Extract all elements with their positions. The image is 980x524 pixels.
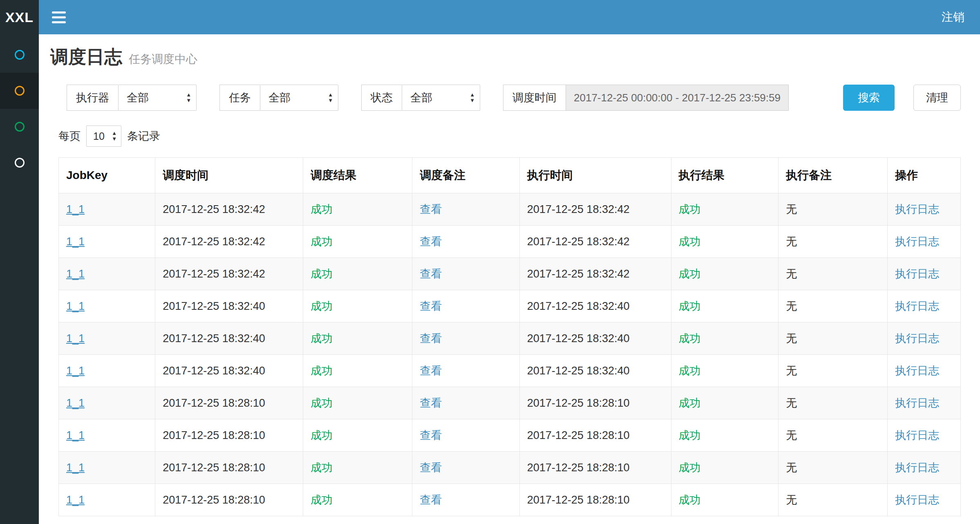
jobkey-link[interactable]: 1_1 [66,332,85,345]
exec-log-link[interactable]: 执行日志 [895,429,939,441]
sidebar-item-1[interactable] [0,37,39,73]
exec-remark-text: 无 [786,461,797,474]
sidebar-item-2[interactable] [0,73,39,109]
exec-log-link[interactable]: 执行日志 [895,268,939,280]
exec-result-text: 成功 [679,332,701,345]
exec-result-text: 成功 [679,235,701,248]
exec-time-text: 2017-12-25 18:32:40 [527,365,630,377]
select-arrows-icon [470,92,475,103]
select-arrows-icon [328,92,333,103]
page-title: 调度日志 [50,45,122,69]
page-size-select[interactable]: 10 [86,125,121,147]
dispatch-remark-link[interactable]: 查看 [420,429,442,441]
job-label: 任务 [219,85,260,111]
circle-outline-icon [15,158,25,168]
exec-log-link[interactable]: 执行日志 [895,494,939,506]
dispatch-remark-link[interactable]: 查看 [420,397,442,409]
exec-result-text: 成功 [679,203,701,215]
sidebar-toggle-icon[interactable] [52,11,66,23]
dispatch-remark-link[interactable]: 查看 [420,494,442,506]
search-button[interactable]: 搜索 [843,85,895,111]
log-table-wrap: JobKey调度时间调度结果调度备注执行时间执行结果执行备注操作 1_12017… [58,157,961,516]
dispatch-time-text: 2017-12-25 18:28:10 [163,494,265,506]
exec-time-text: 2017-12-25 18:28:10 [527,429,630,441]
filter-toolbar: 执行器 全部 任务 全部 状态 全部 调度时间 2017-12-25 00:00… [67,85,961,111]
logout-link[interactable]: 注销 [942,9,964,25]
time-range-input[interactable]: 2017-12-25 00:00:00 - 2017-12-25 23:59:5… [566,85,789,111]
exec-log-link[interactable]: 执行日志 [895,461,939,474]
column-header: JobKey [59,158,155,193]
exec-log-link[interactable]: 执行日志 [895,332,939,345]
exec-log-link[interactable]: 执行日志 [895,235,939,248]
column-header: 操作 [888,158,961,193]
page-size-row: 每页 10 条记录 [58,125,961,147]
jobkey-link[interactable]: 1_1 [66,235,85,248]
hamburger-bar [52,11,66,13]
job-select[interactable]: 全部 [260,85,338,111]
dispatch-remark-link[interactable]: 查看 [420,461,442,474]
dispatch-time-text: 2017-12-25 18:32:42 [163,268,265,280]
executor-label: 执行器 [67,85,118,111]
jobkey-link[interactable]: 1_1 [66,494,85,506]
jobkey-link[interactable]: 1_1 [66,300,85,312]
circle-outline-icon [15,86,25,96]
executor-select[interactable]: 全部 [118,85,197,111]
exec-remark-text: 无 [786,203,797,215]
dispatch-time-text: 2017-12-25 18:32:42 [163,235,265,248]
dispatch-result-text: 成功 [311,429,333,441]
dispatch-result-text: 成功 [311,461,333,474]
select-arrows-icon [186,92,191,103]
exec-time-text: 2017-12-25 18:28:10 [527,494,630,506]
exec-time-text: 2017-12-25 18:32:40 [527,332,630,345]
jobkey-link[interactable]: 1_1 [66,365,85,377]
jobkey-link[interactable]: 1_1 [66,429,85,441]
sidebar-item-3[interactable] [0,109,39,145]
table-row: 1_12017-12-25 18:32:42成功查看2017-12-25 18:… [59,193,961,226]
table-header-row: JobKey调度时间调度结果调度备注执行时间执行结果执行备注操作 [59,158,961,193]
exec-time-text: 2017-12-25 18:28:10 [527,461,630,474]
sidebar-item-4[interactable] [0,145,39,181]
dispatch-remark-link[interactable]: 查看 [420,268,442,280]
clear-button[interactable]: 清理 [913,85,961,111]
sidebar [0,34,39,524]
exec-remark-text: 无 [786,332,797,345]
exec-result-text: 成功 [679,300,701,312]
column-header: 调度备注 [412,158,520,193]
column-header: 执行备注 [779,158,888,193]
exec-log-link[interactable]: 执行日志 [895,365,939,377]
jobkey-link[interactable]: 1_1 [66,203,85,215]
exec-remark-text: 无 [786,494,797,506]
column-header: 执行时间 [519,158,671,193]
filter-status-group: 状态 全部 [361,85,480,111]
dispatch-remark-link[interactable]: 查看 [420,235,442,248]
dispatch-remark-link[interactable]: 查看 [420,365,442,377]
jobkey-link[interactable]: 1_1 [66,461,85,474]
dispatch-remark-link[interactable]: 查看 [420,203,442,215]
job-select-value: 全部 [268,90,291,105]
dispatch-remark-link[interactable]: 查看 [420,300,442,312]
exec-time-text: 2017-12-25 18:32:40 [527,300,630,312]
dispatch-time-text: 2017-12-25 18:28:10 [163,397,265,409]
exec-remark-text: 无 [786,429,797,441]
log-table: JobKey调度时间调度结果调度备注执行时间执行结果执行备注操作 1_12017… [58,157,961,516]
jobkey-link[interactable]: 1_1 [66,397,85,409]
exec-log-link[interactable]: 执行日志 [895,397,939,409]
column-header: 执行结果 [671,158,779,193]
jobkey-link[interactable]: 1_1 [66,268,85,280]
status-select[interactable]: 全部 [402,85,480,111]
time-label: 调度时间 [503,85,566,111]
dispatch-result-text: 成功 [311,203,333,215]
column-header: 调度时间 [155,158,303,193]
dispatch-result-text: 成功 [311,268,333,280]
dispatch-remark-link[interactable]: 查看 [420,332,442,345]
table-row: 1_12017-12-25 18:32:40成功查看2017-12-25 18:… [59,355,961,387]
exec-remark-text: 无 [786,268,797,280]
circle-outline-icon [15,50,25,60]
exec-time-text: 2017-12-25 18:32:42 [527,268,630,280]
exec-result-text: 成功 [679,397,701,409]
filter-job-group: 任务 全部 [219,85,338,111]
exec-log-link[interactable]: 执行日志 [895,300,939,312]
app-logo[interactable]: XXL [0,0,39,34]
exec-log-link[interactable]: 执行日志 [895,203,939,215]
dispatch-result-text: 成功 [311,494,333,506]
